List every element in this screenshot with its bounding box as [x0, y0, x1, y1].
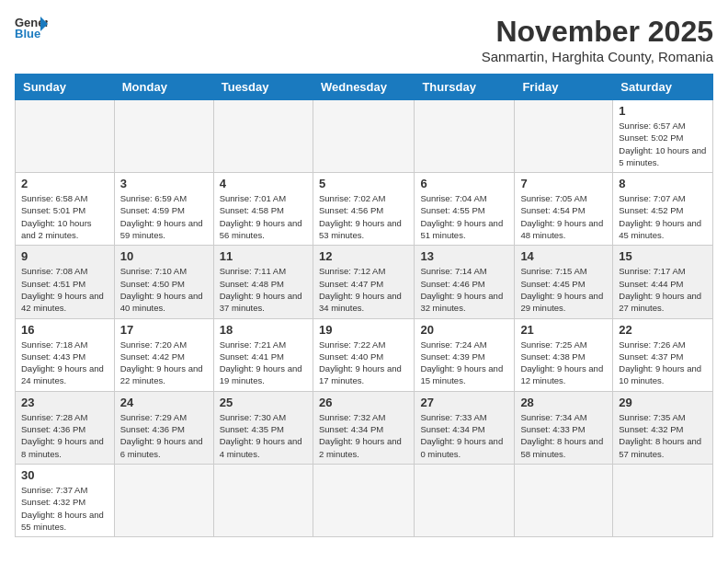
calendar-header-row: Sunday Monday Tuesday Wednesday Thursday…	[16, 75, 713, 100]
table-row: 23Sunrise: 7:28 AM Sunset: 4:36 PM Dayli…	[16, 391, 115, 464]
day-number: 1	[619, 104, 707, 118]
header-thursday: Thursday	[415, 75, 515, 100]
table-row: 11Sunrise: 7:11 AM Sunset: 4:48 PM Dayli…	[213, 246, 313, 318]
table-row: 18Sunrise: 7:21 AM Sunset: 4:41 PM Dayli…	[213, 318, 313, 391]
day-info: Sunrise: 7:29 AM Sunset: 4:36 PM Dayligh…	[120, 411, 208, 460]
day-info: Sunrise: 7:34 AM Sunset: 4:33 PM Dayligh…	[520, 411, 607, 460]
day-number: 13	[420, 249, 508, 263]
table-row: 8Sunrise: 7:07 AM Sunset: 4:52 PM Daylig…	[613, 173, 713, 246]
table-row	[613, 464, 713, 536]
day-info: Sunrise: 7:33 AM Sunset: 4:34 PM Dayligh…	[420, 411, 508, 460]
day-number: 29	[619, 396, 707, 409]
day-info: Sunrise: 7:32 AM Sunset: 4:34 PM Dayligh…	[319, 411, 408, 460]
table-row: 20Sunrise: 7:24 AM Sunset: 4:39 PM Dayli…	[415, 318, 515, 391]
day-info: Sunrise: 6:59 AM Sunset: 4:59 PM Dayligh…	[120, 192, 208, 241]
day-number: 17	[120, 323, 208, 337]
day-number: 18	[220, 323, 307, 337]
header-saturday: Saturday	[613, 75, 713, 100]
day-number: 21	[520, 323, 607, 337]
day-info: Sunrise: 7:24 AM Sunset: 4:39 PM Dayligh…	[420, 339, 508, 387]
day-number: 23	[21, 396, 108, 409]
day-number: 16	[21, 323, 108, 337]
day-number: 20	[420, 323, 508, 337]
header-monday: Monday	[114, 75, 213, 100]
day-number: 12	[319, 249, 408, 263]
table-row	[213, 464, 313, 536]
header-tuesday: Tuesday	[213, 75, 313, 100]
table-row	[16, 100, 115, 173]
table-row	[415, 464, 515, 536]
calendar-week-row: 23Sunrise: 7:28 AM Sunset: 4:36 PM Dayli…	[16, 391, 713, 464]
table-row: 9Sunrise: 7:08 AM Sunset: 4:51 PM Daylig…	[16, 246, 115, 318]
day-number: 6	[420, 177, 508, 190]
table-row	[313, 100, 414, 173]
table-row: 15Sunrise: 7:17 AM Sunset: 4:44 PM Dayli…	[613, 246, 713, 318]
day-info: Sunrise: 7:17 AM Sunset: 4:44 PM Dayligh…	[619, 265, 707, 314]
title-area: November 2025 Sanmartin, Harghita County…	[482, 15, 713, 64]
day-info: Sunrise: 7:11 AM Sunset: 4:48 PM Dayligh…	[220, 265, 307, 314]
day-info: Sunrise: 7:05 AM Sunset: 4:54 PM Dayligh…	[520, 192, 607, 241]
calendar-week-row: 30Sunrise: 7:37 AM Sunset: 4:32 PM Dayli…	[16, 464, 713, 536]
day-info: Sunrise: 7:02 AM Sunset: 4:56 PM Dayligh…	[319, 192, 408, 241]
table-row	[415, 100, 515, 173]
table-row	[515, 464, 613, 536]
day-number: 8	[619, 177, 707, 190]
table-row	[213, 100, 313, 173]
day-info: Sunrise: 7:07 AM Sunset: 4:52 PM Dayligh…	[619, 192, 707, 241]
table-row: 28Sunrise: 7:34 AM Sunset: 4:33 PM Dayli…	[515, 391, 613, 464]
logo-icon: General Blue	[15, 15, 48, 40]
day-number: 4	[220, 177, 307, 190]
day-info: Sunrise: 7:37 AM Sunset: 4:32 PM Dayligh…	[21, 484, 108, 533]
table-row	[515, 100, 613, 173]
table-row: 25Sunrise: 7:30 AM Sunset: 4:35 PM Dayli…	[213, 391, 313, 464]
header-wednesday: Wednesday	[313, 75, 414, 100]
table-row: 10Sunrise: 7:10 AM Sunset: 4:50 PM Dayli…	[114, 246, 213, 318]
day-info: Sunrise: 7:21 AM Sunset: 4:41 PM Dayligh…	[220, 339, 307, 387]
day-number: 26	[319, 396, 408, 409]
day-number: 3	[120, 177, 208, 190]
day-info: Sunrise: 7:15 AM Sunset: 4:45 PM Dayligh…	[520, 265, 607, 314]
table-row: 29Sunrise: 7:35 AM Sunset: 4:32 PM Dayli…	[613, 391, 713, 464]
day-info: Sunrise: 7:18 AM Sunset: 4:43 PM Dayligh…	[21, 339, 108, 387]
day-number: 28	[520, 396, 607, 409]
day-number: 9	[21, 249, 108, 263]
day-number: 14	[520, 249, 607, 263]
calendar-week-row: 1Sunrise: 6:57 AM Sunset: 5:02 PM Daylig…	[16, 100, 713, 173]
table-row	[313, 464, 414, 536]
logo: General Blue	[15, 15, 48, 40]
location-title: Sanmartin, Harghita County, Romania	[482, 49, 713, 64]
day-info: Sunrise: 7:14 AM Sunset: 4:46 PM Dayligh…	[420, 265, 508, 314]
day-number: 11	[220, 249, 307, 263]
day-info: Sunrise: 6:57 AM Sunset: 5:02 PM Dayligh…	[619, 120, 707, 168]
table-row: 12Sunrise: 7:12 AM Sunset: 4:47 PM Dayli…	[313, 246, 414, 318]
month-title: November 2025	[482, 15, 713, 49]
table-row: 2Sunrise: 6:58 AM Sunset: 5:01 PM Daylig…	[16, 173, 115, 246]
day-info: Sunrise: 7:04 AM Sunset: 4:55 PM Dayligh…	[420, 192, 508, 241]
day-number: 19	[319, 323, 408, 337]
table-row: 27Sunrise: 7:33 AM Sunset: 4:34 PM Dayli…	[415, 391, 515, 464]
day-number: 15	[619, 249, 707, 263]
calendar-week-row: 9Sunrise: 7:08 AM Sunset: 4:51 PM Daylig…	[16, 246, 713, 318]
day-info: Sunrise: 7:01 AM Sunset: 4:58 PM Dayligh…	[220, 192, 307, 241]
day-number: 5	[319, 177, 408, 190]
table-row: 17Sunrise: 7:20 AM Sunset: 4:42 PM Dayli…	[114, 318, 213, 391]
day-info: Sunrise: 7:22 AM Sunset: 4:40 PM Dayligh…	[319, 339, 408, 387]
day-info: Sunrise: 7:26 AM Sunset: 4:37 PM Dayligh…	[619, 339, 707, 387]
day-number: 25	[220, 396, 307, 409]
table-row: 21Sunrise: 7:25 AM Sunset: 4:38 PM Dayli…	[515, 318, 613, 391]
table-row: 6Sunrise: 7:04 AM Sunset: 4:55 PM Daylig…	[415, 173, 515, 246]
day-info: Sunrise: 7:10 AM Sunset: 4:50 PM Dayligh…	[120, 265, 208, 314]
day-number: 30	[21, 468, 108, 482]
day-number: 10	[120, 249, 208, 263]
table-row: 3Sunrise: 6:59 AM Sunset: 4:59 PM Daylig…	[114, 173, 213, 246]
table-row	[114, 100, 213, 173]
table-row: 13Sunrise: 7:14 AM Sunset: 4:46 PM Dayli…	[415, 246, 515, 318]
day-info: Sunrise: 7:25 AM Sunset: 4:38 PM Dayligh…	[520, 339, 607, 387]
table-row: 24Sunrise: 7:29 AM Sunset: 4:36 PM Dayli…	[114, 391, 213, 464]
day-info: Sunrise: 7:08 AM Sunset: 4:51 PM Dayligh…	[21, 265, 108, 314]
header-friday: Friday	[515, 75, 613, 100]
day-info: Sunrise: 7:35 AM Sunset: 4:32 PM Dayligh…	[619, 411, 707, 460]
day-info: Sunrise: 6:58 AM Sunset: 5:01 PM Dayligh…	[21, 192, 108, 241]
table-row: 7Sunrise: 7:05 AM Sunset: 4:54 PM Daylig…	[515, 173, 613, 246]
day-info: Sunrise: 7:28 AM Sunset: 4:36 PM Dayligh…	[21, 411, 108, 460]
